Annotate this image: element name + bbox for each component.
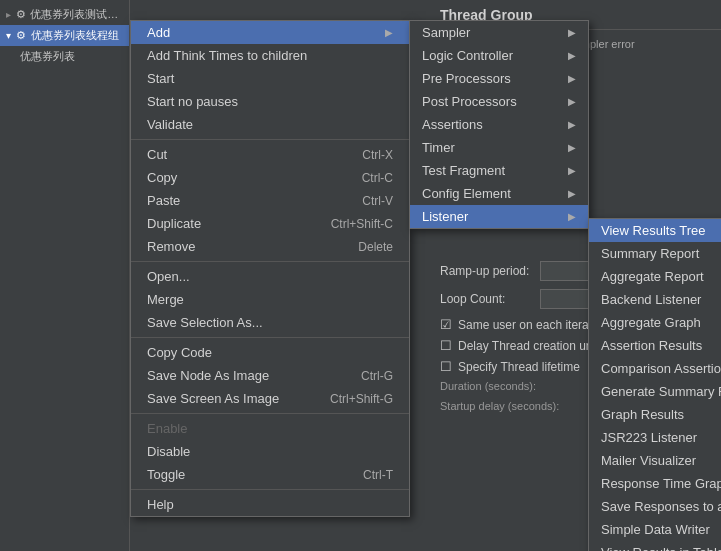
listener-backend-listener[interactable]: Backend Listener — [589, 288, 721, 311]
separator-4 — [131, 413, 409, 414]
listener-response-time-graph[interactable]: Response Time Graph — [589, 472, 721, 495]
listener-arrow-icon: ▶ — [568, 211, 576, 222]
specify-checkbox[interactable]: ☐ — [440, 359, 452, 374]
separator-1 — [131, 139, 409, 140]
submenu-sampler[interactable]: Sampler ▶ — [410, 21, 588, 44]
submenu-test-fragment[interactable]: Test Fragment ▶ — [410, 159, 588, 182]
logic-controller-arrow-icon: ▶ — [568, 50, 576, 61]
menu-item-paste[interactable]: Paste Ctrl-V — [131, 189, 409, 212]
submenu-timer[interactable]: Timer ▶ — [410, 136, 588, 159]
menu-item-save-screen-image[interactable]: Save Screen As Image Ctrl+Shift-G — [131, 387, 409, 410]
listener-mailer-visualizer[interactable]: Mailer Visualizer — [589, 449, 721, 472]
context-menu: Add ▶ Add Think Times to children Start … — [130, 20, 410, 517]
listener-jsr223[interactable]: JSR223 Listener — [589, 426, 721, 449]
menu-item-help[interactable]: Help — [131, 493, 409, 516]
menu-item-think-times[interactable]: Add Think Times to children — [131, 44, 409, 67]
same-user-checkbox[interactable]: ☑ — [440, 317, 452, 332]
separator-5 — [131, 489, 409, 490]
menu-item-merge[interactable]: Merge — [131, 288, 409, 311]
sampler-arrow-icon: ▶ — [568, 27, 576, 38]
listener-generate-summary[interactable]: Generate Summary Results — [589, 380, 721, 403]
menu-item-validate[interactable]: Validate — [131, 113, 409, 136]
listener-save-responses[interactable]: Save Responses to a file — [589, 495, 721, 518]
listener-graph-results[interactable]: Graph Results — [589, 403, 721, 426]
listener-submenu: View Results Tree Summary Report Aggrega… — [588, 218, 721, 551]
add-submenu: Sampler ▶ Logic Controller ▶ Pre Process… — [409, 20, 589, 229]
separator-3 — [131, 337, 409, 338]
menu-item-start-no-pauses[interactable]: Start no pauses — [131, 90, 409, 113]
tree-arrow-thread: ▾ — [6, 30, 11, 41]
listener-aggregate-report[interactable]: Aggregate Report — [589, 265, 721, 288]
listener-assertion-results[interactable]: Assertion Results — [589, 334, 721, 357]
listener-view-results-table[interactable]: View Results in Table — [589, 541, 721, 551]
tree-item-thread-group[interactable]: ▾ ⚙ 优惠券列表线程组 — [0, 25, 129, 46]
test-fragment-arrow-icon: ▶ — [568, 165, 576, 176]
listener-comparison-assertion-visualizer[interactable]: Comparison Assertion Visualizer — [589, 357, 721, 380]
menu-item-copy-code[interactable]: Copy Code — [131, 341, 409, 364]
pre-processors-arrow-icon: ▶ — [568, 73, 576, 84]
config-element-arrow-icon: ▶ — [568, 188, 576, 199]
menu-item-remove[interactable]: Remove Delete — [131, 235, 409, 258]
listener-simple-data-writer[interactable]: Simple Data Writer — [589, 518, 721, 541]
menu-item-disable[interactable]: Disable — [131, 440, 409, 463]
menu-item-open[interactable]: Open... — [131, 265, 409, 288]
tree-arrow-plan: ▸ — [6, 9, 11, 20]
submenu-config-element[interactable]: Config Element ▶ — [410, 182, 588, 205]
listener-summary-report[interactable]: Summary Report — [589, 242, 721, 265]
tree-panel: ▸ ⚙ 优惠券列表测试计划 ▾ ⚙ 优惠券列表线程组 优惠券列表 — [0, 0, 130, 551]
tree-gear-thread: ⚙ — [15, 30, 27, 42]
tree-item-list[interactable]: 优惠券列表 — [0, 46, 129, 67]
assertions-arrow-icon: ▶ — [568, 119, 576, 130]
tree-item-plan[interactable]: ▸ ⚙ 优惠券列表测试计划 — [0, 4, 129, 25]
menu-item-start[interactable]: Start — [131, 67, 409, 90]
add-arrow-icon: ▶ — [385, 27, 393, 38]
tree-gear-plan: ⚙ — [15, 9, 26, 21]
separator-2 — [131, 261, 409, 262]
menu-item-add[interactable]: Add ▶ — [131, 21, 409, 44]
timer-arrow-icon: ▶ — [568, 142, 576, 153]
submenu-logic-controller[interactable]: Logic Controller ▶ — [410, 44, 588, 67]
menu-item-enable: Enable — [131, 417, 409, 440]
listener-view-results-tree[interactable]: View Results Tree — [589, 219, 721, 242]
menu-item-save-selection[interactable]: Save Selection As... — [131, 311, 409, 334]
menu-item-save-node-image[interactable]: Save Node As Image Ctrl-G — [131, 364, 409, 387]
menu-item-copy[interactable]: Copy Ctrl-C — [131, 166, 409, 189]
menu-item-cut[interactable]: Cut Ctrl-X — [131, 143, 409, 166]
submenu-post-processors[interactable]: Post Processors ▶ — [410, 90, 588, 113]
post-processors-arrow-icon: ▶ — [568, 96, 576, 107]
delay-thread-checkbox[interactable]: ☐ — [440, 338, 452, 353]
menu-item-toggle[interactable]: Toggle Ctrl-T — [131, 463, 409, 486]
submenu-pre-processors[interactable]: Pre Processors ▶ — [410, 67, 588, 90]
listener-aggregate-graph[interactable]: Aggregate Graph — [589, 311, 721, 334]
menu-item-duplicate[interactable]: Duplicate Ctrl+Shift-C — [131, 212, 409, 235]
submenu-listener[interactable]: Listener ▶ — [410, 205, 588, 228]
submenu-assertions[interactable]: Assertions ▶ — [410, 113, 588, 136]
